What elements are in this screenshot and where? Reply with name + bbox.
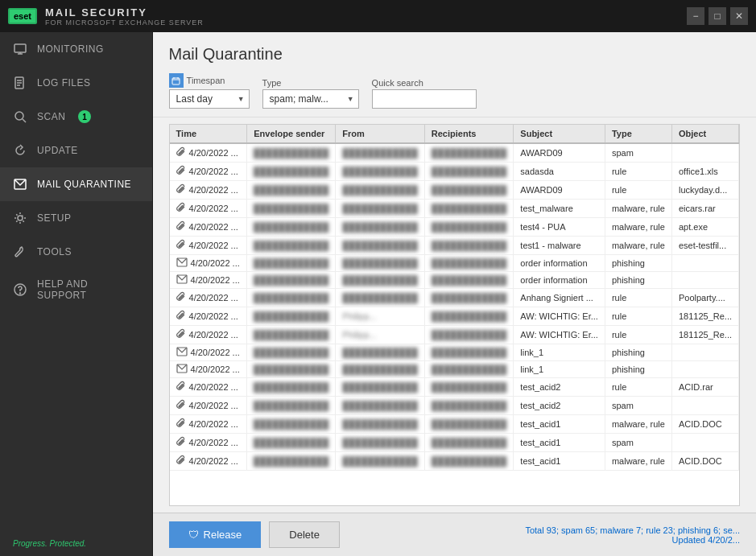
col-type: Type	[605, 125, 671, 143]
sidebar: Monitoring Log Files Scan 1 Update	[0, 32, 153, 556]
sidebar-item-update[interactable]: Update	[0, 134, 152, 167]
app-title-group: MAIL SECURITY FOR MICROSOFT EXCHANGE SER…	[45, 6, 204, 27]
table-row[interactable]: 4/20/2022 ... ████████████ ████████████ …	[170, 344, 739, 361]
cell-object: 181125_Re...	[671, 307, 738, 326]
table-row[interactable]: 4/20/2022 ... ████████████ ████████████ …	[170, 200, 739, 218]
cell-env-sender: ████████████	[247, 255, 336, 272]
sidebar-label-tools: Tools	[37, 246, 72, 257]
table-row[interactable]: 4/20/2022 ... ████████████ Philipp... ██…	[170, 307, 739, 326]
content-header: Mail Quarantine Timespan Last day	[153, 32, 756, 117]
svg-rect-13	[172, 78, 180, 84]
table-row[interactable]: 4/20/2022 ... ████████████ ████████████ …	[170, 163, 739, 181]
quarantine-table: Time Envelope sender From Recipients Sub…	[170, 125, 739, 471]
cell-recipients: ████████████	[424, 181, 514, 200]
close-button[interactable]: ✕	[730, 7, 748, 25]
cell-recipients: ████████████	[424, 452, 514, 471]
cell-object: eicars.rar	[671, 200, 738, 218]
table-row[interactable]: 4/20/2022 ... ████████████ ████████████ …	[170, 415, 739, 434]
cell-recipients: ████████████	[424, 143, 514, 163]
timespan-select[interactable]: Last day Last week Last month All	[169, 89, 250, 109]
col-subject: Subject	[514, 125, 605, 143]
cell-type: rule	[605, 378, 671, 397]
table-row[interactable]: 4/20/2022 ... ████████████ ████████████ …	[170, 143, 739, 163]
cell-from: ████████████	[336, 237, 425, 255]
table-row[interactable]: 4/20/2022 ... ████████████ Philipp... ██…	[170, 326, 739, 344]
maximize-button[interactable]: □	[708, 7, 726, 25]
row-type-icon	[176, 257, 188, 269]
sidebar-item-monitoring[interactable]: Monitoring	[0, 32, 152, 66]
cell-object	[671, 272, 738, 289]
cell-subject: test4 - PUA	[514, 218, 605, 237]
type-select[interactable]: spam; malw... spam malware rule phishing	[262, 89, 359, 109]
cell-subject: test1 - malware	[514, 237, 605, 255]
sidebar-item-tools[interactable]: Tools	[0, 235, 152, 269]
help-icon	[13, 282, 27, 297]
eset-logo-box: eset	[8, 8, 37, 24]
cell-object	[671, 344, 738, 361]
cell-recipients: ████████████	[424, 163, 514, 181]
table-row[interactable]: 4/20/2022 ... ████████████ ████████████ …	[170, 434, 739, 452]
minimize-button[interactable]: −	[687, 7, 704, 25]
table-row[interactable]: 4/20/2022 ... ████████████ ████████████ …	[170, 218, 739, 237]
cell-env-sender: ████████████	[247, 289, 336, 307]
bottom-actions: 🛡 Release Delete	[169, 521, 340, 548]
sidebar-item-setup[interactable]: Setup	[0, 201, 152, 235]
cell-type: malware, rule	[605, 218, 671, 237]
cell-from: ████████████	[336, 200, 425, 218]
table-row[interactable]: 4/20/2022 ... ████████████ ████████████ …	[170, 255, 739, 272]
title-bar-left: eset MAIL SECURITY FOR MICROSOFT EXCHANG…	[8, 6, 204, 27]
cell-subject: AW: WICHTIG: Er...	[514, 307, 605, 326]
svg-point-7	[15, 112, 23, 120]
title-bar: eset MAIL SECURITY FOR MICROSOFT EXCHANG…	[0, 0, 756, 32]
cell-recipients: ████████████	[424, 326, 514, 344]
cell-object: eset-testfil...	[671, 237, 738, 255]
cell-object	[671, 434, 738, 452]
file-icon	[13, 76, 27, 90]
sidebar-item-help[interactable]: Help and Support	[0, 269, 152, 311]
row-type-icon	[176, 291, 186, 304]
delete-button[interactable]: Delete	[269, 521, 340, 548]
row-type-icon	[176, 310, 186, 323]
sidebar-item-log-files[interactable]: Log Files	[0, 66, 152, 100]
sidebar-item-scan[interactable]: Scan 1	[0, 100, 152, 134]
cell-icon-time: 4/20/2022 ...	[170, 255, 247, 271]
cell-icon-time: 4/20/2022 ...	[170, 307, 247, 325]
cell-env-sender: ████████████	[247, 272, 336, 289]
cell-object	[671, 255, 738, 272]
setup-icon	[13, 211, 27, 225]
search-label: Quick search	[372, 78, 477, 88]
cell-icon-time: 4/20/2022 ...	[170, 344, 247, 360]
table-row[interactable]: 4/20/2022 ... ████████████ ████████████ …	[170, 378, 739, 397]
cell-object: Poolparty....	[671, 289, 738, 307]
table-row[interactable]: 4/20/2022 ... ████████████ ████████████ …	[170, 237, 739, 255]
cell-object: apt.exe	[671, 218, 738, 237]
release-button[interactable]: 🛡 Release	[169, 521, 262, 548]
row-type-icon	[176, 399, 186, 412]
cell-from: ████████████	[336, 378, 425, 397]
sidebar-item-mail-quarantine[interactable]: Mail Quarantine	[0, 167, 152, 201]
search-input[interactable]	[372, 89, 477, 109]
cell-env-sender: ████████████	[247, 415, 336, 434]
cell-icon-time: 4/20/2022 ...	[170, 452, 247, 470]
timespan-label: Timespan	[187, 76, 225, 85]
mail-quarantine-icon	[13, 177, 27, 192]
table-row[interactable]: 4/20/2022 ... ████████████ ████████████ …	[170, 452, 739, 471]
cell-object	[671, 143, 738, 163]
cell-from: ████████████	[336, 255, 425, 272]
cell-type: malware, rule	[605, 415, 671, 434]
cell-env-sender: ████████████	[247, 361, 336, 378]
quarantine-table-container: Time Envelope sender From Recipients Sub…	[169, 124, 740, 506]
cell-icon-time: 4/20/2022 ...	[170, 289, 247, 307]
table-row[interactable]: 4/20/2022 ... ████████████ ████████████ …	[170, 289, 739, 307]
table-row[interactable]: 4/20/2022 ... ████████████ ████████████ …	[170, 397, 739, 415]
sidebar-label-setup: Setup	[37, 212, 72, 224]
cell-recipients: ████████████	[424, 397, 514, 415]
cell-recipients: ████████████	[424, 272, 514, 289]
table-row[interactable]: 4/20/2022 ... ████████████ ████████████ …	[170, 181, 739, 200]
svg-line-8	[23, 119, 26, 122]
app-subtitle: FOR MICROSOFT EXCHANGE SERVER	[45, 19, 204, 27]
cell-subject: test_acid1	[514, 434, 605, 452]
table-row[interactable]: 4/20/2022 ... ████████████ ████████████ …	[170, 361, 739, 378]
cell-object: 181125_Re...	[671, 326, 738, 344]
table-row[interactable]: 4/20/2022 ... ████████████ ████████████ …	[170, 272, 739, 289]
